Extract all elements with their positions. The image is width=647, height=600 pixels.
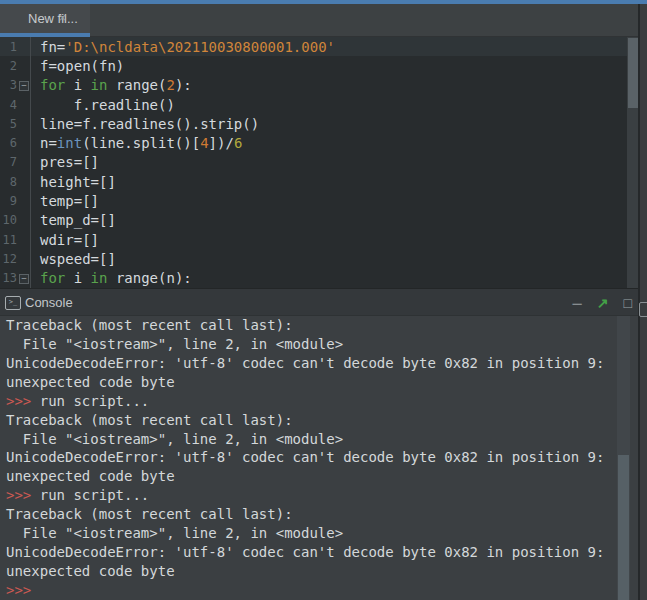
- gutter: 13−: [0, 269, 31, 288]
- console-line: UnicodeDecodeError: 'utf-8' codec can't …: [0, 354, 640, 373]
- code-text: n=int(line.split()[4])/6: [31, 135, 242, 151]
- console-scrollbar-thumb[interactable]: [618, 455, 629, 600]
- gutter: 7: [0, 153, 31, 172]
- code-line[interactable]: 1fn='D:\ncldata\202110030800001.000': [0, 37, 640, 56]
- code-text: temp_d=[]: [31, 212, 116, 228]
- code-line[interactable]: 10temp_d=[]: [0, 211, 640, 230]
- gutter: 3−: [0, 76, 31, 95]
- code-text: for i in range(2):: [31, 77, 192, 93]
- line-number: 4: [0, 98, 17, 112]
- line-number: 13: [0, 271, 17, 285]
- prompt-text: >>>: [6, 487, 31, 503]
- maximize-icon[interactable]: □: [624, 296, 632, 310]
- line-number: 6: [0, 136, 17, 150]
- code-line[interactable]: 3−for i in range(2):: [0, 76, 640, 95]
- ide-window: New fil... × 1fn='D:\ncldata\20211003080…: [0, 0, 647, 600]
- line-number: 2: [0, 59, 17, 73]
- line-number: 11: [0, 233, 17, 247]
- code-line[interactable]: 11wdir=[]: [0, 230, 640, 249]
- console-scrollbar[interactable]: [617, 316, 630, 600]
- console-line: unexpected code byte: [0, 373, 640, 392]
- side-tool-icon[interactable]: [639, 302, 647, 317]
- code-line[interactable]: 6n=int(line.split()[4])/6: [0, 133, 640, 152]
- editor-tab-bar: New fil... ×: [0, 4, 640, 37]
- fold-area: [17, 133, 30, 152]
- code-line[interactable]: 12wspeed=[]: [0, 249, 640, 268]
- tab-close-icon[interactable]: ×: [59, 11, 66, 25]
- gutter: 11: [0, 230, 31, 249]
- console-line: UnicodeDecodeError: 'utf-8' codec can't …: [0, 543, 640, 562]
- terminal-icon: >_: [5, 296, 21, 310]
- fold-icon[interactable]: −: [19, 81, 29, 91]
- code-line[interactable]: 4 f.readline(): [0, 95, 640, 114]
- fold-area: [17, 95, 30, 114]
- gutter: 5: [0, 114, 31, 133]
- line-number: 1: [0, 40, 17, 54]
- code-text: for i in range(n):: [31, 270, 192, 286]
- code-text: wdir=[]: [31, 232, 99, 248]
- console-line: Traceback (most recent call last):: [0, 316, 640, 335]
- console-title: Console: [25, 295, 73, 310]
- fold-area: −: [17, 269, 30, 288]
- fold-area: [17, 191, 30, 210]
- gutter: 12: [0, 249, 31, 268]
- gutter: 8: [0, 172, 31, 191]
- console-output[interactable]: Traceback (most recent call last): File …: [0, 316, 640, 600]
- console-line: >>> run script...: [0, 392, 640, 411]
- fold-area: [17, 230, 30, 249]
- code-text: height=[]: [31, 174, 116, 190]
- fold-area: [17, 153, 30, 172]
- console-line: File "<iostream>", line 2, in <module>: [0, 430, 640, 449]
- console-lines: Traceback (most recent call last): File …: [0, 316, 640, 600]
- fold-area: [17, 56, 30, 75]
- code-text: wspeed=[]: [31, 251, 116, 267]
- line-number: 8: [0, 175, 17, 189]
- line-number: 12: [0, 252, 17, 266]
- gutter: 4: [0, 95, 31, 114]
- code-line[interactable]: 8height=[]: [0, 172, 640, 191]
- code-line[interactable]: 7pres=[]: [0, 153, 640, 172]
- fold-area: −: [17, 76, 30, 95]
- console-header: >_ Console ─ ↗ □: [0, 288, 640, 316]
- code-text: fn='D:\ncldata\202110030800001.000': [31, 39, 335, 55]
- gutter: 1: [0, 37, 31, 56]
- tab-label: New fil...: [28, 11, 78, 26]
- tab-new-file[interactable]: New fil... ×: [0, 4, 90, 37]
- fold-icon[interactable]: −: [19, 274, 29, 284]
- fold-area: [17, 172, 30, 191]
- console-line: unexpected code byte: [0, 467, 640, 486]
- code-line[interactable]: 2f=open(fn): [0, 56, 640, 75]
- console-line: File "<iostream>", line 2, in <module>: [0, 524, 640, 543]
- console-line: UnicodeDecodeError: 'utf-8' codec can't …: [0, 448, 640, 467]
- restore-window-icon[interactable]: ↗: [597, 296, 609, 310]
- gutter: 9: [0, 191, 31, 210]
- line-number: 7: [0, 155, 17, 169]
- console-line: >>>: [0, 581, 640, 600]
- line-number: 3: [0, 78, 17, 92]
- console-line: unexpected code byte: [0, 562, 640, 581]
- code-text: line=f.readlines().strip(): [31, 116, 259, 132]
- minimize-icon[interactable]: ─: [573, 297, 582, 310]
- line-number: 5: [0, 117, 17, 131]
- code-editor[interactable]: 1fn='D:\ncldata\202110030800001.000'2f=o…: [0, 37, 640, 288]
- main-column: New fil... × 1fn='D:\ncldata\20211003080…: [0, 4, 640, 600]
- gutter: 2: [0, 56, 31, 75]
- gutter: 6: [0, 133, 31, 152]
- code-line[interactable]: 5line=f.readlines().strip(): [0, 114, 640, 133]
- line-number: 10: [0, 213, 17, 227]
- console-line: >>> run script...: [0, 486, 640, 505]
- prompt-text: >>>: [6, 393, 31, 409]
- code-line[interactable]: 13−for i in range(n):: [0, 269, 640, 288]
- console-line: Traceback (most recent call last):: [0, 411, 640, 430]
- right-panel-strip: [638, 4, 647, 600]
- console-line: File "<iostream>", line 2, in <module>: [0, 335, 640, 354]
- console-header-actions: ─ ↗ □: [573, 289, 632, 317]
- code-text: pres=[]: [31, 154, 99, 170]
- code-text: temp=[]: [31, 193, 99, 209]
- console-line: Traceback (most recent call last):: [0, 505, 640, 524]
- fold-area: [17, 211, 30, 230]
- code-line[interactable]: 9temp=[]: [0, 191, 640, 210]
- fold-area: [17, 37, 30, 56]
- line-number: 9: [0, 194, 17, 208]
- code-text: f=open(fn): [31, 58, 124, 74]
